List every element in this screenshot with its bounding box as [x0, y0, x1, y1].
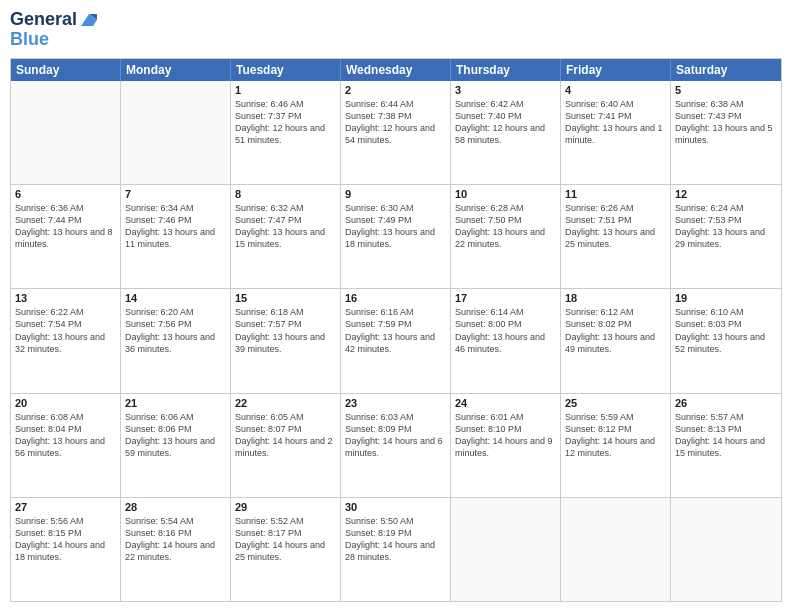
cell-info: Sunrise: 6:36 AM Sunset: 7:44 PM Dayligh…: [15, 202, 116, 251]
logo: General Blue: [10, 10, 99, 50]
empty-cell: [671, 498, 781, 601]
day-number: 6: [15, 188, 116, 200]
cell-info: Sunrise: 6:32 AM Sunset: 7:47 PM Dayligh…: [235, 202, 336, 251]
day-number: 29: [235, 501, 336, 513]
day-cell-26: 26Sunrise: 5:57 AM Sunset: 8:13 PM Dayli…: [671, 394, 781, 497]
day-number: 24: [455, 397, 556, 409]
day-number: 13: [15, 292, 116, 304]
logo-text-line1: General: [10, 10, 77, 30]
day-cell-5: 5Sunrise: 6:38 AM Sunset: 7:43 PM Daylig…: [671, 81, 781, 184]
day-cell-1: 1Sunrise: 6:46 AM Sunset: 7:37 PM Daylig…: [231, 81, 341, 184]
cell-info: Sunrise: 6:42 AM Sunset: 7:40 PM Dayligh…: [455, 98, 556, 147]
empty-cell: [561, 498, 671, 601]
day-cell-25: 25Sunrise: 5:59 AM Sunset: 8:12 PM Dayli…: [561, 394, 671, 497]
day-cell-3: 3Sunrise: 6:42 AM Sunset: 7:40 PM Daylig…: [451, 81, 561, 184]
week-row-2: 6Sunrise: 6:36 AM Sunset: 7:44 PM Daylig…: [11, 185, 781, 289]
cell-info: Sunrise: 6:05 AM Sunset: 8:07 PM Dayligh…: [235, 411, 336, 460]
header: General Blue: [10, 10, 782, 50]
day-cell-18: 18Sunrise: 6:12 AM Sunset: 8:02 PM Dayli…: [561, 289, 671, 392]
day-cell-10: 10Sunrise: 6:28 AM Sunset: 7:50 PM Dayli…: [451, 185, 561, 288]
day-cell-28: 28Sunrise: 5:54 AM Sunset: 8:16 PM Dayli…: [121, 498, 231, 601]
day-cell-9: 9Sunrise: 6:30 AM Sunset: 7:49 PM Daylig…: [341, 185, 451, 288]
day-number: 19: [675, 292, 777, 304]
day-number: 2: [345, 84, 446, 96]
day-cell-7: 7Sunrise: 6:34 AM Sunset: 7:46 PM Daylig…: [121, 185, 231, 288]
day-number: 4: [565, 84, 666, 96]
day-number: 5: [675, 84, 777, 96]
cell-info: Sunrise: 6:30 AM Sunset: 7:49 PM Dayligh…: [345, 202, 446, 251]
empty-cell: [121, 81, 231, 184]
cell-info: Sunrise: 5:56 AM Sunset: 8:15 PM Dayligh…: [15, 515, 116, 564]
cell-info: Sunrise: 6:08 AM Sunset: 8:04 PM Dayligh…: [15, 411, 116, 460]
cell-info: Sunrise: 6:03 AM Sunset: 8:09 PM Dayligh…: [345, 411, 446, 460]
day-number: 10: [455, 188, 556, 200]
day-number: 8: [235, 188, 336, 200]
header-day-saturday: Saturday: [671, 59, 781, 81]
day-number: 18: [565, 292, 666, 304]
cell-info: Sunrise: 5:52 AM Sunset: 8:17 PM Dayligh…: [235, 515, 336, 564]
day-number: 28: [125, 501, 226, 513]
day-cell-4: 4Sunrise: 6:40 AM Sunset: 7:41 PM Daylig…: [561, 81, 671, 184]
day-cell-13: 13Sunrise: 6:22 AM Sunset: 7:54 PM Dayli…: [11, 289, 121, 392]
day-number: 23: [345, 397, 446, 409]
day-cell-2: 2Sunrise: 6:44 AM Sunset: 7:38 PM Daylig…: [341, 81, 451, 184]
cell-info: Sunrise: 6:12 AM Sunset: 8:02 PM Dayligh…: [565, 306, 666, 355]
day-number: 20: [15, 397, 116, 409]
day-cell-14: 14Sunrise: 6:20 AM Sunset: 7:56 PM Dayli…: [121, 289, 231, 392]
day-number: 21: [125, 397, 226, 409]
logo-icon: [79, 10, 99, 30]
day-cell-24: 24Sunrise: 6:01 AM Sunset: 8:10 PM Dayli…: [451, 394, 561, 497]
day-cell-22: 22Sunrise: 6:05 AM Sunset: 8:07 PM Dayli…: [231, 394, 341, 497]
header-day-thursday: Thursday: [451, 59, 561, 81]
week-row-1: 1Sunrise: 6:46 AM Sunset: 7:37 PM Daylig…: [11, 81, 781, 185]
cell-info: Sunrise: 6:34 AM Sunset: 7:46 PM Dayligh…: [125, 202, 226, 251]
day-cell-21: 21Sunrise: 6:06 AM Sunset: 8:06 PM Dayli…: [121, 394, 231, 497]
cell-info: Sunrise: 6:28 AM Sunset: 7:50 PM Dayligh…: [455, 202, 556, 251]
empty-cell: [451, 498, 561, 601]
day-cell-11: 11Sunrise: 6:26 AM Sunset: 7:51 PM Dayli…: [561, 185, 671, 288]
cell-info: Sunrise: 6:38 AM Sunset: 7:43 PM Dayligh…: [675, 98, 777, 147]
header-day-wednesday: Wednesday: [341, 59, 451, 81]
cell-info: Sunrise: 6:40 AM Sunset: 7:41 PM Dayligh…: [565, 98, 666, 147]
cell-info: Sunrise: 6:14 AM Sunset: 8:00 PM Dayligh…: [455, 306, 556, 355]
cell-info: Sunrise: 5:50 AM Sunset: 8:19 PM Dayligh…: [345, 515, 446, 564]
cell-info: Sunrise: 6:44 AM Sunset: 7:38 PM Dayligh…: [345, 98, 446, 147]
calendar-header: SundayMondayTuesdayWednesdayThursdayFrid…: [11, 59, 781, 81]
week-row-4: 20Sunrise: 6:08 AM Sunset: 8:04 PM Dayli…: [11, 394, 781, 498]
day-cell-16: 16Sunrise: 6:16 AM Sunset: 7:59 PM Dayli…: [341, 289, 451, 392]
cell-info: Sunrise: 6:16 AM Sunset: 7:59 PM Dayligh…: [345, 306, 446, 355]
cell-info: Sunrise: 6:01 AM Sunset: 8:10 PM Dayligh…: [455, 411, 556, 460]
cell-info: Sunrise: 5:59 AM Sunset: 8:12 PM Dayligh…: [565, 411, 666, 460]
page: General Blue SundayMondayTuesdayWednesda…: [0, 0, 792, 612]
day-number: 30: [345, 501, 446, 513]
header-day-tuesday: Tuesday: [231, 59, 341, 81]
day-number: 25: [565, 397, 666, 409]
day-number: 7: [125, 188, 226, 200]
day-cell-29: 29Sunrise: 5:52 AM Sunset: 8:17 PM Dayli…: [231, 498, 341, 601]
cell-info: Sunrise: 6:26 AM Sunset: 7:51 PM Dayligh…: [565, 202, 666, 251]
header-day-monday: Monday: [121, 59, 231, 81]
day-number: 14: [125, 292, 226, 304]
cell-info: Sunrise: 6:20 AM Sunset: 7:56 PM Dayligh…: [125, 306, 226, 355]
day-number: 16: [345, 292, 446, 304]
day-cell-30: 30Sunrise: 5:50 AM Sunset: 8:19 PM Dayli…: [341, 498, 451, 601]
logo-text-line2: Blue: [10, 30, 99, 50]
day-number: 22: [235, 397, 336, 409]
cell-info: Sunrise: 6:24 AM Sunset: 7:53 PM Dayligh…: [675, 202, 777, 251]
day-number: 17: [455, 292, 556, 304]
cell-info: Sunrise: 5:54 AM Sunset: 8:16 PM Dayligh…: [125, 515, 226, 564]
cell-info: Sunrise: 6:06 AM Sunset: 8:06 PM Dayligh…: [125, 411, 226, 460]
week-row-3: 13Sunrise: 6:22 AM Sunset: 7:54 PM Dayli…: [11, 289, 781, 393]
day-cell-27: 27Sunrise: 5:56 AM Sunset: 8:15 PM Dayli…: [11, 498, 121, 601]
day-number: 1: [235, 84, 336, 96]
day-cell-8: 8Sunrise: 6:32 AM Sunset: 7:47 PM Daylig…: [231, 185, 341, 288]
header-day-sunday: Sunday: [11, 59, 121, 81]
day-number: 3: [455, 84, 556, 96]
cell-info: Sunrise: 6:46 AM Sunset: 7:37 PM Dayligh…: [235, 98, 336, 147]
day-number: 15: [235, 292, 336, 304]
day-cell-6: 6Sunrise: 6:36 AM Sunset: 7:44 PM Daylig…: [11, 185, 121, 288]
empty-cell: [11, 81, 121, 184]
day-cell-23: 23Sunrise: 6:03 AM Sunset: 8:09 PM Dayli…: [341, 394, 451, 497]
day-cell-12: 12Sunrise: 6:24 AM Sunset: 7:53 PM Dayli…: [671, 185, 781, 288]
cell-info: Sunrise: 6:22 AM Sunset: 7:54 PM Dayligh…: [15, 306, 116, 355]
